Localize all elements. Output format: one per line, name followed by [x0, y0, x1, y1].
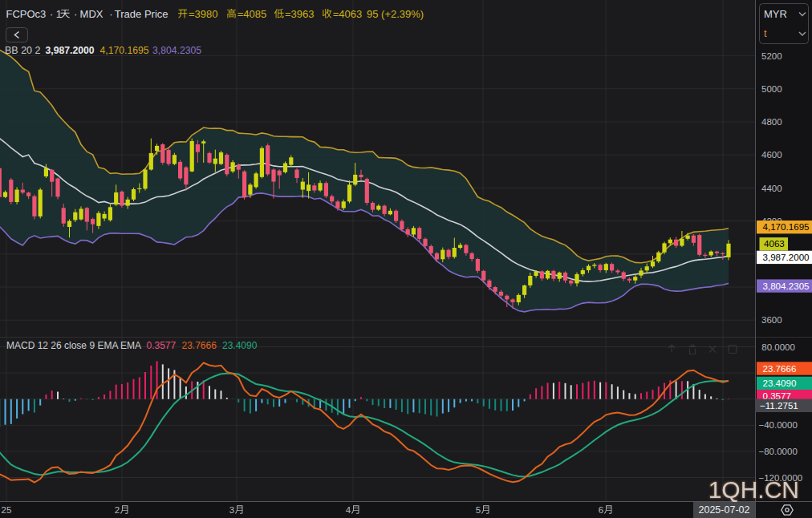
svg-text:6: 6 [599, 505, 603, 515]
svg-text:4600: 4600 [761, 150, 782, 160]
svg-text:23.7666: 23.7666 [182, 340, 217, 351]
svg-text:4,170.1695: 4,170.1695 [100, 45, 149, 56]
svg-text:MDX: MDX [80, 8, 104, 20]
svg-text:−80.0000: −80.0000 [759, 447, 798, 456]
svg-text:−40.0000: −40.0000 [759, 420, 798, 430]
svg-text:·: · [50, 8, 53, 20]
svg-text:4063: 4063 [764, 238, 785, 249]
svg-text:3: 3 [229, 505, 234, 515]
svg-text:95 (+2.39%): 95 (+2.39%) [367, 8, 424, 20]
svg-text:FCPOc3: FCPOc3 [6, 8, 47, 20]
svg-text:3,804.2305: 3,804.2305 [152, 45, 201, 56]
svg-text:25: 25 [2, 505, 12, 515]
svg-text:4400: 4400 [761, 184, 782, 193]
svg-text:·: · [74, 8, 77, 20]
svg-text:5000: 5000 [761, 84, 782, 94]
svg-text:0.3577: 0.3577 [147, 340, 177, 351]
svg-text:23.4090: 23.4090 [763, 378, 797, 388]
svg-text:BB 20 2: BB 20 2 [5, 45, 41, 56]
svg-text:3,804.2305: 3,804.2305 [763, 281, 810, 291]
svg-text:3,987.2000: 3,987.2000 [763, 252, 810, 262]
svg-text:4: 4 [346, 505, 351, 515]
svg-text:5200: 5200 [761, 51, 782, 61]
svg-text:5: 5 [476, 505, 481, 515]
svg-text:23.7666: 23.7666 [763, 363, 797, 374]
svg-text:=4085: =4085 [238, 8, 267, 20]
svg-text:=3963: =3963 [285, 8, 315, 20]
svg-text:−11.2751: −11.2751 [760, 400, 798, 411]
svg-text:4800: 4800 [761, 117, 782, 127]
svg-text:3600: 3600 [761, 315, 782, 325]
svg-text:80.0000: 80.0000 [761, 342, 795, 352]
svg-text:t: t [764, 27, 767, 39]
svg-text:=3980: =3980 [189, 8, 218, 20]
svg-text:=4063: =4063 [333, 8, 363, 20]
svg-text:·: · [109, 8, 112, 20]
svg-text:2: 2 [115, 505, 120, 515]
svg-text:23.4090: 23.4090 [222, 340, 258, 351]
svg-text:Trade Price: Trade Price [115, 8, 168, 20]
svg-text:MYR: MYR [764, 8, 787, 20]
svg-text:1QH.CN: 1QH.CN [708, 476, 799, 503]
svg-text:4,170.1695: 4,170.1695 [763, 221, 810, 232]
svg-text:2025-07-02: 2025-07-02 [699, 504, 750, 516]
svg-text:MACD 12 26 close 9 EMA EMA: MACD 12 26 close 9 EMA EMA [6, 340, 141, 351]
svg-text:3,987.2000: 3,987.2000 [46, 45, 95, 56]
